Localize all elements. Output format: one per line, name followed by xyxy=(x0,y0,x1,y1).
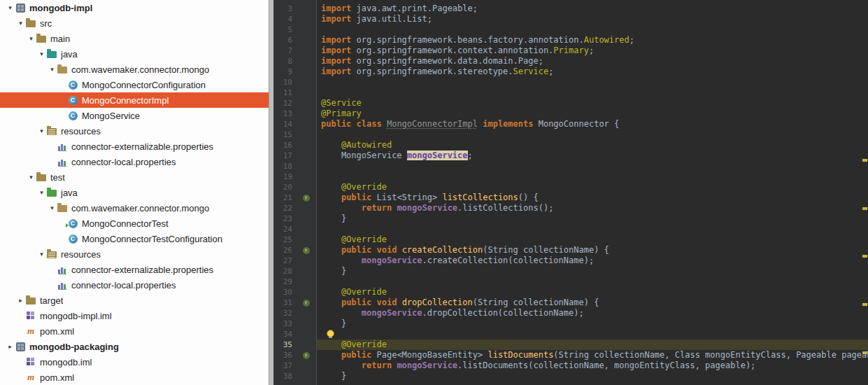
chevron-right-icon[interactable]: ▸ xyxy=(6,339,15,354)
line-number[interactable]: 10 xyxy=(274,77,295,88)
line-number[interactable]: 32 xyxy=(274,308,295,318)
chevron-down-icon[interactable]: ▾ xyxy=(37,123,46,139)
line-number[interactable]: 37 xyxy=(274,360,295,371)
line-number[interactable]: 31 xyxy=(274,298,295,308)
usage-stripe-mark[interactable] xyxy=(862,255,867,258)
tree-item-connector-local-properties[interactable]: connector-local.properties xyxy=(0,154,269,169)
tree-item-connector-local-properties[interactable]: connector-local.properties xyxy=(0,277,269,293)
code-text xyxy=(317,224,868,234)
line-number[interactable]: 13 xyxy=(274,108,295,119)
code-line: 4import java.util.List; xyxy=(274,14,868,24)
tree-item-mongodb-iml[interactable]: mongodb.iml xyxy=(0,354,269,370)
line-number[interactable]: 20 xyxy=(274,182,295,192)
line-number[interactable]: 5 xyxy=(274,24,295,35)
line-number[interactable]: 3 xyxy=(274,4,295,14)
line-number[interactable]: 14 xyxy=(274,119,295,130)
code-text: @Override xyxy=(317,182,868,192)
tree-item-com-wavemaker-connector-mongo[interactable]: ▾com.wavemaker.connector.mongo xyxy=(0,200,269,216)
chevron-down-icon[interactable]: ▾ xyxy=(16,15,25,31)
tree-item-java[interactable]: ▾java xyxy=(0,46,269,62)
chevron-down-icon[interactable]: ▾ xyxy=(37,246,46,262)
gutter-cell: ↑ xyxy=(295,192,317,203)
line-number[interactable]: 33 xyxy=(274,318,295,329)
tree-item-java[interactable]: ▾java xyxy=(0,185,269,200)
chevron-down-icon[interactable]: ▾ xyxy=(27,169,36,185)
override-method-icon[interactable]: ↑ xyxy=(303,300,310,307)
chevron-down-icon[interactable]: ▾ xyxy=(37,185,46,200)
line-number[interactable]: 12 xyxy=(274,98,295,108)
tree-item-label: pom.xml xyxy=(40,326,74,337)
folder-icon xyxy=(25,295,36,306)
line-number[interactable]: 35 xyxy=(274,340,295,350)
chevron-down-icon[interactable]: ▾ xyxy=(6,0,15,15)
line-number[interactable]: 24 xyxy=(274,224,295,234)
code-editor[interactable]: 3import java.awt.print.Pageable;4import … xyxy=(274,0,868,385)
usage-stripe-mark[interactable] xyxy=(862,207,867,210)
line-number[interactable]: 36 xyxy=(274,350,295,360)
tree-item-mongoconnectorimpl[interactable]: MongoConnectorImpl xyxy=(0,92,269,108)
line-number[interactable]: 4 xyxy=(274,14,295,24)
chevron-down-icon[interactable]: ▾ xyxy=(37,46,46,62)
line-number[interactable]: 18 xyxy=(274,161,295,172)
panel-splitter[interactable] xyxy=(269,0,274,385)
line-number[interactable]: 23 xyxy=(274,214,295,224)
line-number[interactable]: 6 xyxy=(274,35,295,46)
usage-stripe-mark[interactable] xyxy=(862,351,867,354)
tree-item-main[interactable]: ▾main xyxy=(0,31,269,46)
tree-item-target[interactable]: ▸target xyxy=(0,293,269,308)
line-number[interactable]: 38 xyxy=(274,371,295,382)
line-number[interactable]: 29 xyxy=(274,276,295,287)
code-text: @Override xyxy=(317,234,868,245)
tree-item-mongodb-impl[interactable]: ▾mongodb-impl xyxy=(0,0,269,15)
override-method-icon[interactable]: ↑ xyxy=(303,352,310,359)
tree-item-test[interactable]: ▾test xyxy=(0,169,269,185)
line-number[interactable]: 15 xyxy=(274,130,295,140)
gutter-cell: ↑ xyxy=(295,350,317,360)
tree-item-src[interactable]: ▾src xyxy=(0,15,269,31)
line-number[interactable]: 34 xyxy=(274,329,295,340)
line-number[interactable]: 27 xyxy=(274,255,295,266)
code-line: 7import org.springframework.context.anno… xyxy=(274,46,868,56)
tree-item-connector-externalizable-properties[interactable]: connector-externalizable.properties xyxy=(0,139,269,154)
tree-item-resources[interactable]: ▾resources xyxy=(0,246,269,262)
line-number[interactable]: 21 xyxy=(274,192,295,203)
tree-item-mongoconnectortest[interactable]: MongoConnectorTest xyxy=(0,216,269,231)
line-number[interactable]: 19 xyxy=(274,172,295,182)
tree-item-label: com.wavemaker.connector.mongo xyxy=(71,203,209,214)
tree-item-mongodb-impl-iml[interactable]: mongodb-impl.iml xyxy=(0,308,269,323)
line-number[interactable]: 17 xyxy=(274,150,295,161)
tree-item-label: connector-local.properties xyxy=(71,157,176,167)
gutter-cell xyxy=(295,66,317,77)
tree-item-pom-xml[interactable]: pom.xml xyxy=(0,323,269,339)
line-number[interactable]: 30 xyxy=(274,287,295,298)
usage-stripe-mark[interactable] xyxy=(862,159,867,162)
line-number[interactable]: 16 xyxy=(274,140,295,150)
line-number[interactable]: 25 xyxy=(274,234,295,245)
tree-item-resources[interactable]: ▾resources xyxy=(0,123,269,139)
override-method-icon[interactable]: ↑ xyxy=(303,247,310,254)
usage-stripe-mark[interactable] xyxy=(862,303,867,306)
tree-item-mongoconnectorconfiguration[interactable]: MongoConnectorConfiguration xyxy=(0,77,269,92)
code-text: mongoService.dropCollection(collectionNa… xyxy=(317,308,868,318)
tree-item-mongoconnectortestconfiguration[interactable]: MongoConnectorTestConfiguration xyxy=(0,231,269,246)
line-number[interactable]: 11 xyxy=(274,88,295,98)
line-number[interactable]: 9 xyxy=(274,66,295,77)
line-number[interactable]: 8 xyxy=(274,56,295,66)
chevron-right-icon[interactable]: ▸ xyxy=(16,293,25,308)
chevron-down-icon[interactable]: ▾ xyxy=(27,31,36,46)
tree-item-mongodb-packaging[interactable]: ▸mongodb-packaging xyxy=(0,339,269,354)
chevron-down-icon[interactable]: ▾ xyxy=(48,62,57,77)
tree-item-connector-externalizable-properties[interactable]: connector-externalizable.properties xyxy=(0,262,269,277)
tree-item-mongoservice[interactable]: MongoService xyxy=(0,108,269,123)
gutter-cell xyxy=(295,255,317,266)
chevron-down-icon[interactable]: ▾ xyxy=(48,200,57,216)
override-method-icon[interactable]: ↑ xyxy=(303,195,310,202)
tree-item-com-wavemaker-connector-mongo[interactable]: ▾com.wavemaker.connector.mongo xyxy=(0,62,269,77)
tree-item-pom-xml[interactable]: pom.xml xyxy=(0,370,269,385)
line-number[interactable]: 7 xyxy=(274,46,295,56)
line-number[interactable]: 26 xyxy=(274,245,295,255)
intention-bulb-icon[interactable] xyxy=(327,330,334,337)
tree-item-label: mongodb.iml xyxy=(40,357,92,368)
line-number[interactable]: 28 xyxy=(274,266,295,276)
line-number[interactable]: 22 xyxy=(274,203,295,214)
